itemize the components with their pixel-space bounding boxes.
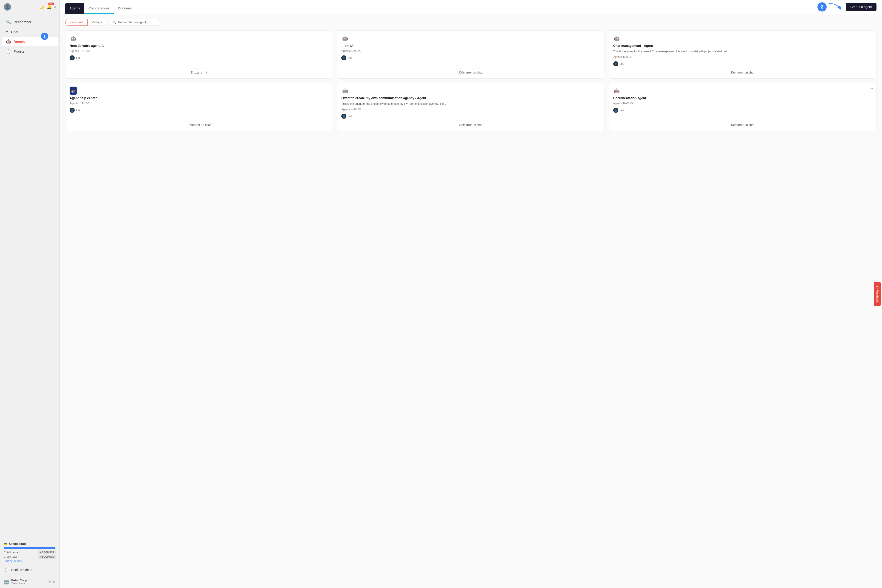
sidebar-item-agents[interactable]: 🤖 Agents 1 (2, 37, 58, 46)
agents-area: Personnel Partagé 🔍 🤖 Nom de votre agent… (60, 14, 882, 588)
agent-card-1: 🤖 Nom de votre agent IA Agentic RAG V2 👤… (65, 30, 333, 78)
agent-card-3: 🤖 Chat management - Agent This is the ag… (609, 30, 876, 78)
agent-owner-1: 👤 Lee (70, 56, 328, 60)
agent-icon-5: 🤖 (341, 87, 349, 94)
robot-icon-1: 🤖 (70, 36, 76, 41)
org-expand-button[interactable]: ∨ (49, 580, 51, 584)
agent-name-1: Nom de votre agent IA (70, 44, 328, 48)
owner-avatar-1: 👤 (70, 56, 75, 60)
filter-partage-button[interactable]: Partagé (87, 19, 107, 26)
notification-badge: 99+ (48, 3, 54, 5)
robot-icon-5: 🤖 (342, 88, 348, 93)
feedback-tab[interactable]: 🏷 Feedback (874, 282, 880, 306)
org-plan: Team Starter (11, 582, 27, 585)
agent-owner-2: 👤 Lee (341, 56, 600, 60)
agent-icon-3: 🤖 (613, 34, 621, 42)
owner-avatar-2: 👤 (341, 56, 346, 60)
org-icon: 🏢 (4, 579, 9, 585)
user-avatar[interactable]: 👤 (4, 3, 11, 10)
sidebar-item-chat[interactable]: ≡ Chat (2, 27, 58, 36)
annotation-arrow-2 (830, 2, 843, 12)
help-label: Besoin d'aide ? (10, 568, 32, 572)
agent-name-6: Documentation agent (613, 96, 872, 100)
annotation-2: 2 (818, 2, 826, 12)
sidebar-label-agents: Agents (14, 39, 25, 44)
credit-total-row: Crédit total : 45 000 000 (4, 555, 56, 559)
org-settings-button[interactable]: ⚙ (53, 580, 56, 584)
agent-owner-4: 👤 Lee (70, 108, 328, 113)
projets-icon: 📋 (6, 49, 11, 54)
agent-card-2: 🤖 …ent IA Agentic RAG V2 👤 Lee Démarrer … (337, 30, 604, 78)
tab-competences[interactable]: Compétences (84, 3, 114, 14)
header-icons: 🌙 🔔 99+ « (38, 4, 56, 10)
owner-avatar-6: 👤 (613, 108, 618, 113)
agent-icon-4: 🦔 (70, 87, 77, 94)
filter-personnel-button[interactable]: Personnel (65, 19, 87, 26)
filter-search-group: Personnel Partagé 🔍 (65, 19, 160, 26)
credit-restant-value: 44 686 363 (38, 550, 56, 554)
tab-donnees[interactable]: Données (114, 3, 136, 14)
agent-icon-1: 🤖 (70, 34, 77, 42)
agent-type-5: Agentic RAG V2 (341, 108, 600, 111)
discord-icon: ⬡ (4, 567, 8, 572)
sidebar-label-projets: Projets (14, 50, 24, 53)
chat-icon: ≡ (6, 29, 8, 34)
agent-action-6[interactable]: Démarrer un chat (613, 121, 872, 126)
credit-card-icon: 💳 (4, 542, 8, 546)
agent-action-3[interactable]: Démarrer un chat (613, 68, 872, 74)
tabs-bar: Agents Compétences Données 2 Créer un ag… (60, 0, 882, 14)
action-t: t (206, 71, 207, 74)
card-menu-button-6[interactable]: ··· (870, 86, 873, 91)
sidebar-label-chat: Chat (11, 30, 18, 34)
main-content: Agents Compétences Données 2 Créer un ag… (60, 0, 882, 588)
org-details: Futur Corp Team Starter (11, 579, 27, 585)
agent-owner-5: 👤 Lee (341, 114, 600, 119)
agents-icon: 🤖 (6, 39, 11, 44)
agent-action-1[interactable]: D …arre… t (70, 68, 328, 74)
notification-bell[interactable]: 🔔 99+ (46, 4, 52, 10)
sidebar-label-rechercher: Rechercher (14, 20, 32, 24)
help-item[interactable]: ⬡ Besoin d'aide ? (4, 566, 56, 574)
agent-search-input[interactable] (118, 21, 157, 24)
org-name: Futur Corp (11, 579, 27, 582)
org-info: 🏢 Futur Corp Team Starter (4, 579, 27, 585)
credit-restant-row: Crédit restant : 44 686 363 (4, 550, 56, 554)
owner-avatar-4: 👤 (70, 108, 75, 113)
create-agent-button[interactable]: Créer un agent (846, 3, 876, 11)
agent-action-5[interactable]: Démarrer un chat (341, 121, 600, 126)
custom-avatar-4: 🦔 (70, 87, 77, 95)
agent-name-5: I want to create my own communication ag… (341, 96, 600, 100)
search-icon: 🔍 (6, 20, 11, 24)
credit-total-value: 45 000 000 (38, 555, 56, 559)
owner-avatar-3: 👤 (613, 62, 618, 66)
agent-owner-6: 👤 Lee (613, 108, 872, 113)
agent-desc-3: This is the agent for the project Chat m… (613, 50, 872, 54)
credit-title: 💳 Crédit actuel (4, 542, 56, 546)
action-sep: …arre… (194, 71, 206, 74)
org-row: 🏢 Futur Corp Team Starter ∨ ⚙ (4, 576, 56, 585)
agent-type-6: Agentic RAG V2 (613, 102, 872, 105)
agent-icon-6: 🤖 (613, 87, 621, 94)
agent-desc-5: This is the agent for the project I want… (341, 102, 600, 106)
agent-card-6: ··· 🤖 Documentation agent Agentic RAG V2… (609, 83, 876, 131)
filter-group: Personnel Partagé (65, 19, 106, 26)
collapse-sidebar-button[interactable]: « (54, 5, 56, 9)
agent-card-4: 🦔 Agent help center Agentic RAG V2 👤 Lee… (65, 83, 333, 131)
sidebar-item-projets[interactable]: 📋 Projets (2, 46, 58, 56)
action-d: D (191, 71, 193, 74)
agent-name-4: Agent help center (70, 96, 328, 100)
agent-action-4[interactable]: Démarrer un chat (70, 121, 328, 126)
tab-agents[interactable]: Agents (65, 3, 84, 14)
agent-name-2: …ent IA (341, 44, 600, 48)
credit-details-link[interactable]: Plus de détails → (4, 560, 56, 563)
sidebar-header: 👤 🌙 🔔 99+ « (0, 0, 60, 14)
agent-action-2[interactable]: Démarrer un chat (341, 68, 600, 74)
theme-toggle-button[interactable]: 🌙 (38, 4, 44, 10)
sidebar-item-rechercher[interactable]: 🔍 Rechercher (2, 17, 58, 27)
org-actions: ∨ ⚙ (49, 580, 56, 584)
feedback-icon: 🏷 (876, 285, 879, 288)
robot-icon-6: 🤖 (614, 88, 620, 93)
robot-icon-2: 🤖 (342, 36, 348, 41)
agent-icon-2: 🤖 (341, 34, 349, 42)
credit-restant-label: Crédit restant : (4, 551, 22, 554)
